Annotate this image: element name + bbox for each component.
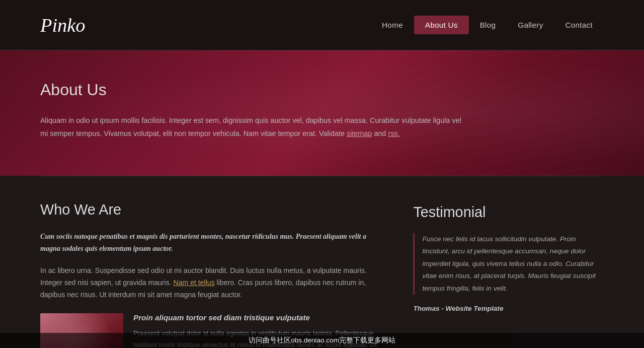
nav-item-contact[interactable]: Contact [554,16,604,34]
who-we-are-intro: Cum sociis natoque penatibus et magnis d… [40,231,383,255]
site-logo: Pinko [40,14,86,36]
hero-link-and: and [374,129,386,137]
hero-paragraph: Aliquam in odio ut ipsum mollis facilisi… [40,114,468,141]
hero-section: About Us Aliquam in odio ut ipsum mollis… [0,50,644,176]
hero-heading: About Us [40,81,604,99]
hero-link-sitemap[interactable]: sitemap [347,129,372,137]
who-we-are-heading: Who We Are [40,201,383,218]
site-header: Pinko HomeAbout UsBlogGalleryContact [0,0,644,50]
main-content: Who We Are Cum sociis natoque penatibus … [0,176,644,348]
who-we-are-body1: In ac libero urna. Suspendisse sed odio … [40,265,383,301]
testimonial-author: Thomas - Website Template [413,305,604,312]
nam-et-tellus-link[interactable]: Nam et tellus [174,279,215,287]
nav-item-gallery[interactable]: Gallery [507,16,554,34]
card-heading: Proin aliquam tortor sed diam tristique … [133,313,383,322]
who-we-are-section: Who We Are Cum sociis natoque penatibus … [40,201,383,348]
main-nav: HomeAbout UsBlogGalleryContact [371,16,604,34]
testimonial-section: Testimonial Fusce nec felis id lacus sol… [413,201,604,348]
nav-item-blog[interactable]: Blog [469,16,507,34]
testimonial-quote: Fusce nec felis id lacus sollicitudin vu… [413,233,604,295]
nav-item-about-us[interactable]: About Us [414,16,469,34]
testimonial-heading: Testimonial [413,204,604,221]
watermark: 访问曲号社区obs.deniao.com完整下载更多网站 [0,333,644,348]
nav-item-home[interactable]: Home [371,16,414,34]
hero-link-rss[interactable]: rss. [388,129,399,137]
